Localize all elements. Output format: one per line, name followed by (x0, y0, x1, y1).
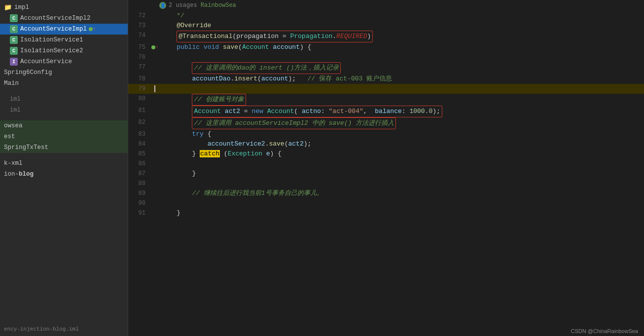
line-num-72: 72 (128, 11, 150, 21)
code-90 (159, 198, 644, 208)
class-icon-c3: C (10, 36, 18, 44)
code-line-73: 73 @Override (128, 21, 644, 31)
line-num-81: 81 (128, 106, 150, 117)
class-icon-c: C (10, 14, 18, 22)
cursor-79 (154, 85, 155, 92)
catch-keyword: catch (200, 150, 220, 157)
code-line-83: 83 try { (128, 129, 644, 139)
sidebar-label-impl: impl (14, 4, 29, 11)
code-editor: 👤 2 usages RainbowSea 72 */ 73 @Override… (128, 0, 644, 336)
sidebar-item-isolationservice1[interactable]: C IsolationService1 (0, 35, 128, 45)
code-line-75: 75 ↑ public void save(Account account) { (128, 42, 644, 52)
gutter-82 (150, 117, 159, 129)
gutter-78 (150, 74, 159, 84)
gutter-86 (150, 159, 159, 169)
sidebar-label-main: Main (4, 80, 19, 87)
code-77: // 这里调用的dao的 insert ()方法，插入记录 (159, 62, 644, 74)
sidebar-item-accountservice[interactable]: I AccountService (0, 56, 128, 67)
sidebar-iml1: iml (0, 94, 128, 105)
sidebar-item-spring6config[interactable]: Spring6Config (0, 67, 128, 78)
gutter-74 (150, 31, 159, 42)
line-num-77: 77 (128, 62, 150, 74)
line-num-90: 90 (128, 198, 150, 208)
sidebar-label-isolationservice2: IsolationService2 (20, 47, 83, 54)
code-line-91: 91 } (128, 208, 644, 218)
sidebar-item-main[interactable]: Main (0, 78, 128, 89)
code-line-78: 78 accountDao.insert(account); // 保存 act… (128, 74, 644, 84)
gutter-84 (150, 139, 159, 149)
code-line-72: 72 */ (128, 11, 644, 21)
line-num-91: 91 (128, 208, 150, 218)
gutter-dot-75 (151, 45, 155, 49)
code-87: } (159, 169, 644, 179)
sidebar-item-ion-blog[interactable]: ion-blog (0, 169, 128, 180)
code-88 (159, 179, 644, 188)
code-line-76: 76 (128, 52, 644, 62)
gutter-83 (150, 129, 159, 139)
gutter-89 (150, 188, 159, 198)
footer-text: ency-injection-blog.iml (4, 326, 79, 332)
code-line-81: 81 Account act2 = new Account( actno: "a… (128, 106, 644, 117)
code-75: public void save(Account account) { (159, 42, 644, 52)
interface-icon: I (10, 58, 18, 66)
sidebar-item-est[interactable]: est (0, 131, 128, 142)
line-num-73: 73 (128, 21, 150, 31)
sidebar-item-accountserviceimpl[interactable]: C AccountServiceImpl ↑ (0, 24, 128, 35)
code-84: accountService2.save(act2); (159, 139, 644, 149)
line-num-88: 88 (128, 179, 150, 188)
line-num-83: 83 (128, 129, 150, 139)
gutter-85 (150, 149, 159, 159)
code-79 (159, 84, 644, 94)
line-num-78: 78 (128, 74, 150, 84)
status-badge: ↑ (89, 27, 96, 32)
code-82: // 这里调用 accountServiceImpl2 中的 save() 方法… (159, 117, 644, 129)
sidebar-item-accountserviceimpl2[interactable]: C AccountServiceImpl2 (0, 13, 128, 24)
line-num-74: 74 (128, 31, 150, 42)
sidebar-label-accountserviceimpl2: AccountServiceImpl2 (20, 15, 91, 22)
sidebar-item-bowsea[interactable]: owsea (0, 120, 128, 131)
gutter-91 (150, 208, 159, 218)
gutter-72 (150, 11, 159, 21)
line-num-79: 79 (128, 84, 150, 94)
code-line-80: 80 // 创建账号对象 (128, 94, 644, 106)
code-73: @Override (159, 21, 644, 31)
sidebar: 📁 impl C AccountServiceImpl2 C AccountSe… (0, 0, 128, 336)
sidebar-item-impl[interactable]: 📁 impl (0, 2, 128, 13)
code-line-74: 74 @Transactional(propagation = Propagat… (128, 31, 644, 42)
code-86 (159, 159, 644, 169)
gutter-90 (150, 198, 159, 208)
class-icon-c4: C (10, 47, 18, 55)
gutter-76 (150, 52, 159, 62)
sidebar-label-bowsea: owsea (4, 122, 23, 129)
class-icon-c2: C (10, 25, 18, 33)
code-line-88: 88 (128, 179, 644, 188)
line-num-86: 86 (128, 159, 150, 169)
line-num-89: 89 (128, 188, 150, 198)
code-line-82: 82 // 这里调用 accountServiceImpl2 中的 save()… (128, 117, 644, 129)
code-80: // 创建账号对象 (159, 94, 644, 106)
gutter-73 (150, 21, 159, 31)
code-76 (159, 52, 644, 62)
sidebar-label-isolationservice1: IsolationService1 (20, 37, 83, 43)
gutter-77 (150, 62, 159, 74)
code-line-89: 89 // 继续往后进行我当前1号事务自己的事儿。 (128, 188, 644, 198)
line-num-82: 82 (128, 117, 150, 129)
sidebar-footer: ency-injection-blog.iml (0, 324, 128, 334)
code-line-87: 87 } (128, 169, 644, 179)
sidebar-item-k-xml[interactable]: k-xml (0, 158, 128, 169)
code-81: Account act2 = new Account( actno: "act-… (159, 106, 644, 117)
line-num-75: 75 (128, 42, 150, 52)
watermark-bar: CSDN @ChinaRainbowSea (128, 326, 644, 336)
code-78: accountDao.insert(account); // 保存 act-00… (159, 74, 644, 84)
sidebar-label-k-xml: k-xml (4, 160, 23, 167)
gutter-88 (150, 179, 159, 188)
code-line-90: 90 (128, 198, 644, 208)
green-dot (89, 27, 93, 31)
gutter-79 (150, 84, 159, 94)
sidebar-label-spring6config: Spring6Config (4, 69, 52, 76)
sidebar-label-ion-blog: ion-blog (4, 171, 34, 178)
sidebar-item-isolationservice2[interactable]: C IsolationService2 (0, 45, 128, 56)
gutter-80 (150, 94, 159, 106)
line-num-80: 80 (128, 94, 150, 106)
sidebar-item-springtxtest[interactable]: SpringTxTest (0, 142, 128, 153)
